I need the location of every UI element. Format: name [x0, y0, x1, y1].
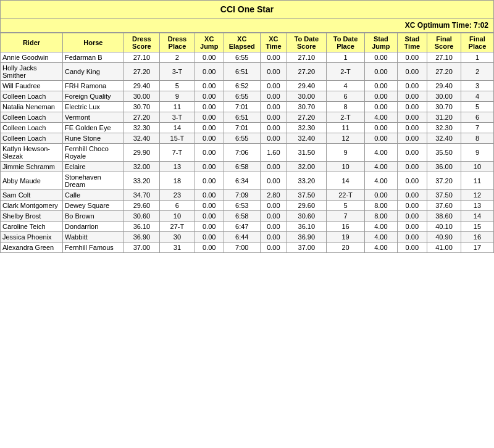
table-cell: 0.00	[195, 190, 224, 201]
table-cell: 8.00	[365, 211, 397, 222]
table-cell: 13	[159, 162, 195, 172]
table-cell: 0.00	[195, 243, 224, 253]
table-row: Colleen LoachFE Golden Eye32.30140.007:0…	[1, 123, 494, 133]
table-cell: 27.10	[124, 52, 159, 63]
table-cell: Colleen Loach	[1, 123, 63, 133]
table-cell: 0.00	[365, 52, 397, 63]
table-cell: 15	[461, 222, 493, 232]
table-cell: 0.00	[261, 243, 287, 253]
table-row: Abby MaudeStonehaven Dream33.20180.006:3…	[1, 172, 494, 190]
table-cell: 4.00	[365, 162, 397, 172]
table-cell: 6:34	[224, 172, 260, 190]
table-cell: 32.00	[287, 162, 326, 172]
table-cell: 0.00	[195, 102, 224, 112]
table-cell: 0.00	[195, 81, 224, 91]
table-cell: 35.50	[427, 144, 461, 162]
table-cell: 10	[461, 162, 493, 172]
table-cell: 9	[159, 91, 195, 102]
table-cell: Candy King	[62, 63, 124, 81]
table-cell: 7:00	[224, 243, 260, 253]
table-cell: Natalia Neneman	[1, 102, 63, 112]
table-cell: 27.20	[124, 63, 159, 81]
col-header-xc-jump: XC Jump	[195, 33, 224, 52]
table-cell: 2	[461, 63, 493, 81]
table-cell: 10	[159, 211, 195, 222]
table-cell: 30.70	[427, 102, 461, 112]
table-cell: 0.00	[397, 144, 427, 162]
table-cell: Colleen Loach	[1, 91, 63, 102]
optimum-time: XC Optimum Time: 7:02	[0, 19, 494, 33]
table-cell: 0.00	[397, 63, 427, 81]
table-cell: 16	[326, 222, 364, 232]
table-row: Jimmie SchrammEclaire32.00130.006:580.00…	[1, 162, 494, 172]
table-cell: 0.00	[195, 52, 224, 63]
table-cell: Eclaire	[62, 162, 124, 172]
table-cell: 5	[461, 102, 493, 112]
table-cell: Bo Brown	[62, 211, 124, 222]
table-cell: 14	[159, 123, 195, 133]
table-row: Clark MontgomeryDewey Square29.6060.006:…	[1, 201, 494, 211]
table-cell: Annie Goodwin	[1, 52, 63, 63]
table-cell: Sam Colt	[1, 190, 63, 201]
table-cell: 36.10	[124, 222, 159, 232]
table-cell: 34.70	[124, 190, 159, 201]
table-row: Will FaudreeFRH Ramona29.4050.006:520.00…	[1, 81, 494, 91]
col-header-stad-time: Stad Time	[397, 33, 427, 52]
table-cell: 29.90	[124, 144, 159, 162]
table-cell: 11	[461, 172, 493, 190]
table-cell: 0.00	[397, 52, 427, 63]
col-header-dress-score: Dress Score	[124, 33, 159, 52]
table-cell: 32.40	[427, 133, 461, 144]
table-cell: Dewey Square	[62, 201, 124, 211]
table-cell: 30.60	[124, 211, 159, 222]
table-cell: 9	[326, 144, 364, 162]
table-cell: 37.00	[287, 243, 326, 253]
table-cell: 6:44	[224, 232, 260, 243]
table-cell: 6:58	[224, 211, 260, 222]
table-cell: 8.00	[365, 201, 397, 211]
table-cell: 30.00	[124, 91, 159, 102]
table-cell: Rune Stone	[62, 133, 124, 144]
table-cell: 37.20	[427, 172, 461, 190]
table-cell: 29.40	[124, 81, 159, 91]
table-cell: 0.00	[261, 102, 287, 112]
table-cell: 10	[326, 162, 364, 172]
table-cell: 31	[159, 243, 195, 253]
table-cell: 1.60	[261, 144, 287, 162]
table-row: Holly Jacks SmitherCandy King27.203-T0.0…	[1, 63, 494, 81]
table-cell: 27.20	[427, 63, 461, 81]
col-header-stad-jump: Stad Jump	[365, 33, 397, 52]
table-cell: 8	[326, 102, 364, 112]
table-cell: Calle	[62, 190, 124, 201]
table-cell: 4.00	[365, 243, 397, 253]
table-cell: Vermont	[62, 112, 124, 123]
table-cell: Dondarrion	[62, 222, 124, 232]
table-cell: 2-T	[326, 63, 364, 81]
table-row: Colleen LoachVermont27.203-T0.006:510.00…	[1, 112, 494, 123]
table-cell: 36.00	[427, 162, 461, 172]
table-cell: 7:01	[224, 123, 260, 133]
table-cell: 2-T	[326, 112, 364, 123]
table-cell: Shelby Brost	[1, 211, 63, 222]
table-cell: 27.20	[287, 112, 326, 123]
table-cell: 6:58	[224, 162, 260, 172]
table-row: Natalia NenemanElectric Lux30.70110.007:…	[1, 102, 494, 112]
table-cell: Clark Montgomery	[1, 201, 63, 211]
table-cell: 27.20	[287, 63, 326, 81]
table-cell: 0.00	[195, 91, 224, 102]
table-cell: 0.00	[397, 172, 427, 190]
table-cell: FRH Ramona	[62, 81, 124, 91]
table-cell: Jessica Phoenix	[1, 232, 63, 243]
table-cell: 6:47	[224, 222, 260, 232]
table-cell: FE Golden Eye	[62, 123, 124, 133]
table-cell: 0.00	[261, 91, 287, 102]
table-cell: 0.00	[195, 112, 224, 123]
table-cell: 0.00	[397, 243, 427, 253]
table-cell: 6:52	[224, 81, 260, 91]
table-row: Colleen LoachRune Stone32.4015-T0.006:55…	[1, 133, 494, 144]
table-cell: 0.00	[397, 222, 427, 232]
table-cell: Fedarman B	[62, 52, 124, 63]
table-cell: 0.00	[195, 232, 224, 243]
table-cell: 29.40	[427, 81, 461, 91]
table-cell: 5	[159, 81, 195, 91]
